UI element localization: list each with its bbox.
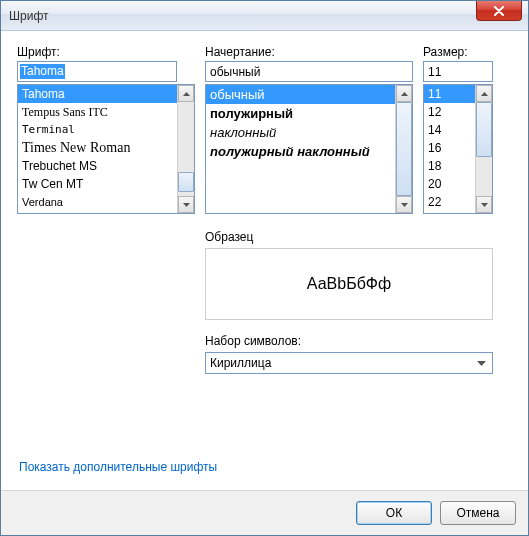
close-icon	[493, 6, 505, 16]
chevron-down-icon	[401, 203, 408, 207]
scroll-track[interactable]	[178, 102, 194, 196]
font-item[interactable]: Verdana	[18, 193, 177, 211]
size-listbox[interactable]: 11 12 14 16 18 20 22	[423, 84, 493, 214]
sample-label: Образец	[205, 230, 493, 244]
size-item[interactable]: 12	[424, 103, 475, 121]
style-listbox[interactable]: обычный полужирный наклонный полужирный …	[205, 84, 413, 214]
combo-arrow[interactable]	[473, 355, 490, 372]
style-item[interactable]: полужирный наклонный	[206, 142, 395, 161]
font-item[interactable]: Tw Cen MT	[18, 175, 177, 193]
charset-group: Набор символов: Кириллица	[205, 334, 493, 374]
size-item[interactable]: 11	[424, 85, 475, 103]
style-label: Начертание:	[205, 45, 413, 59]
font-label: Шрифт:	[17, 45, 195, 59]
style-input[interactable]	[205, 61, 413, 82]
scroll-up-button[interactable]	[178, 85, 194, 102]
scroll-thumb[interactable]	[178, 172, 194, 192]
font-item[interactable]: Tahoma	[18, 85, 177, 103]
chevron-up-icon	[481, 92, 488, 96]
scroll-up-button[interactable]	[396, 85, 412, 102]
scroll-track[interactable]	[396, 102, 412, 196]
size-scrollbar[interactable]	[475, 85, 492, 213]
size-column: Размер: 11 12 14 16 18 20 22	[423, 45, 493, 214]
charset-combo[interactable]: Кириллица	[205, 352, 493, 374]
font-item[interactable]: Tempus Sans ITC	[18, 103, 177, 121]
size-item[interactable]: 20	[424, 175, 475, 193]
scroll-up-button[interactable]	[476, 85, 492, 102]
more-fonts-link[interactable]: Показать дополнительные шрифты	[19, 460, 217, 474]
font-column: Шрифт: Tahoma Tahoma Tempus Sans ITC Ter…	[17, 45, 195, 214]
font-item[interactable]: Terminal	[18, 121, 177, 139]
ok-button[interactable]: ОК	[356, 501, 432, 525]
chevron-up-icon	[183, 92, 190, 96]
link-area: Показать дополнительные шрифты	[17, 460, 512, 480]
font-listbox[interactable]: Tahoma Tempus Sans ITC Terminal Times Ne…	[17, 84, 195, 214]
font-scrollbar[interactable]	[177, 85, 194, 213]
font-dialog: Шрифт Шрифт: Tahoma Tahoma Tempus Sans I…	[0, 0, 529, 536]
style-item[interactable]: обычный	[206, 85, 395, 104]
window-title: Шрифт	[9, 9, 48, 23]
size-label: Размер:	[423, 45, 493, 59]
chevron-down-icon	[481, 203, 488, 207]
chevron-up-icon	[401, 92, 408, 96]
sample-text: АаВbБбФф	[307, 275, 391, 293]
scroll-down-button[interactable]	[476, 196, 492, 213]
footer: ОК Отмена	[1, 490, 528, 535]
font-item[interactable]: Times New Roman	[18, 139, 177, 157]
content-area: Шрифт: Tahoma Tahoma Tempus Sans ITC Ter…	[1, 31, 528, 490]
size-input[interactable]	[423, 61, 493, 82]
font-item[interactable]: Trebuchet MS	[18, 157, 177, 175]
cancel-button[interactable]: Отмена	[440, 501, 516, 525]
close-button[interactable]	[476, 1, 522, 21]
scroll-thumb[interactable]	[396, 102, 412, 196]
font-list-inner: Tahoma Tempus Sans ITC Terminal Times Ne…	[18, 85, 177, 213]
chevron-down-icon	[183, 203, 190, 207]
scroll-track[interactable]	[476, 102, 492, 196]
sample-box: АаВbБбФф	[205, 248, 493, 320]
scroll-down-button[interactable]	[396, 196, 412, 213]
style-item[interactable]: наклонный	[206, 123, 395, 142]
font-input[interactable]	[17, 61, 177, 82]
picker-row: Шрифт: Tahoma Tahoma Tempus Sans ITC Ter…	[17, 45, 512, 214]
charset-label: Набор символов:	[205, 334, 493, 348]
scroll-down-button[interactable]	[178, 196, 194, 213]
titlebar: Шрифт	[1, 1, 528, 31]
style-scrollbar[interactable]	[395, 85, 412, 213]
size-item[interactable]: 22	[424, 193, 475, 211]
size-list-inner: 11 12 14 16 18 20 22	[424, 85, 475, 213]
size-item[interactable]: 14	[424, 121, 475, 139]
sample-group: Образец АаВbБбФф	[205, 230, 493, 320]
style-list-inner: обычный полужирный наклонный полужирный …	[206, 85, 395, 213]
size-item[interactable]: 18	[424, 157, 475, 175]
style-column: Начертание: обычный полужирный наклонный…	[205, 45, 413, 214]
font-input-wrap: Tahoma	[17, 61, 195, 82]
style-item[interactable]: полужирный	[206, 104, 395, 123]
scroll-thumb[interactable]	[476, 102, 492, 157]
chevron-down-icon	[477, 361, 486, 366]
size-item[interactable]: 16	[424, 139, 475, 157]
charset-value: Кириллица	[210, 356, 271, 370]
